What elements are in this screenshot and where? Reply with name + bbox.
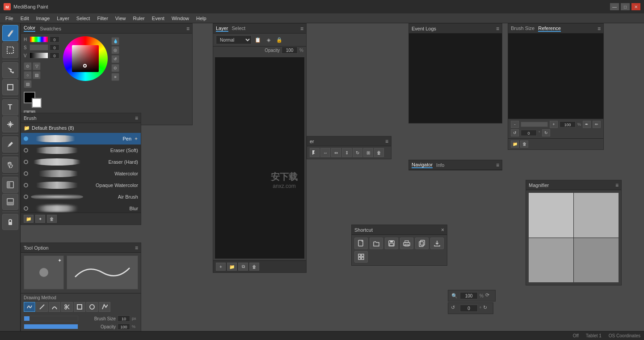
pen-star[interactable]: ✦ <box>134 136 138 142</box>
brush-size-track[interactable] <box>24 316 78 321</box>
text-tool-button[interactable]: T <box>2 99 18 115</box>
layer-panel-menu[interactable]: ≡ <box>300 26 303 32</box>
shortcut-menu[interactable]: × <box>441 227 444 233</box>
close-button[interactable]: ✕ <box>631 3 640 10</box>
dropper-btn[interactable]: 💧 <box>111 37 119 45</box>
char-flip-v-btn[interactable]: ⇕ <box>342 148 352 157</box>
menu-window[interactable]: Window <box>168 15 193 22</box>
ref-zoom-out-btn[interactable]: - <box>511 121 519 128</box>
pen-tool-button[interactable] <box>2 25 18 41</box>
hue-wheel-btn[interactable]: ⊙ <box>24 62 32 70</box>
char-rotate-btn[interactable]: ↻ <box>353 148 362 157</box>
shape-tool-button[interactable] <box>2 79 18 95</box>
shortcut-print[interactable] <box>400 238 413 249</box>
layer-copy-btn[interactable]: ◈ <box>264 36 273 44</box>
shortcut-save[interactable] <box>385 238 398 249</box>
brush-item-eraser-soft[interactable]: Eraser (Soft) <box>21 144 141 156</box>
ref-trash-btn[interactable]: 🗑 <box>520 140 528 148</box>
opacity-track[interactable] <box>24 324 78 329</box>
menu-help[interactable]: Help <box>193 15 210 22</box>
brush-size-value[interactable]: 10 <box>118 315 130 322</box>
reference-tab[interactable]: Reference <box>538 26 561 32</box>
ref-zoom-value[interactable]: 100 <box>560 121 576 128</box>
menu-select[interactable]: Select <box>73 15 94 22</box>
maximize-button[interactable]: □ <box>621 3 630 10</box>
menu-filter[interactable]: Filter <box>93 15 111 22</box>
dm-scissors[interactable] <box>61 302 73 312</box>
layer-tool-button-2[interactable] <box>2 194 18 210</box>
char-flip-h-btn[interactable]: ⇔ <box>331 148 341 157</box>
swatches-tab[interactable]: Swatches <box>40 26 61 31</box>
char-scale-btn[interactable]: ⊞ <box>363 148 373 157</box>
layer-add-btn[interactable]: + <box>216 263 226 271</box>
layer-tool-button-1[interactable] <box>2 177 18 193</box>
dm-line[interactable] <box>36 302 48 312</box>
rotate-ccw-btn[interactable]: ↺ <box>451 305 458 312</box>
brush-item-opaque-watercolor[interactable]: Opaque Watercolor <box>21 179 141 191</box>
blend-mode-select[interactable]: Normal Multiply Screen Overlay <box>216 35 252 44</box>
layer-lock-btn[interactable]: 🔒 <box>275 36 284 44</box>
hand-tool-button[interactable] <box>2 157 18 173</box>
dm-ellipse[interactable] <box>86 302 98 312</box>
char-move-btn[interactable]: ↔ <box>320 148 330 157</box>
ref-eyedropper-btn[interactable]: ✒ <box>583 121 591 128</box>
shortcut-open[interactable] <box>370 238 383 249</box>
transform-tool-button[interactable] <box>2 116 18 132</box>
circle-picker-btn[interactable]: ○ <box>24 71 32 79</box>
brush-item-blur[interactable]: Blur <box>21 203 141 212</box>
brush-item-pen[interactable]: Pen ✦ <box>21 133 141 144</box>
list-btn[interactable]: ≡ <box>111 73 119 81</box>
tool-option-star[interactable]: ✦ <box>58 258 62 264</box>
layer-new-btn[interactable]: 📋 <box>253 36 262 44</box>
char-panel-menu[interactable]: ≡ <box>385 138 388 144</box>
zoom-out-btn[interactable]: 🔍 <box>451 292 458 299</box>
rotate-btn[interactable]: ↺ <box>111 55 119 63</box>
dm-vector[interactable] <box>99 302 110 312</box>
color-panel-menu[interactable]: ≡ <box>186 26 189 32</box>
ref-zoom-in-btn[interactable]: + <box>550 121 558 128</box>
layer-opacity-value[interactable]: 100 <box>282 47 298 54</box>
zoom-value-display[interactable]: 100 <box>460 292 478 299</box>
background-color[interactable] <box>32 98 42 108</box>
char-select-btn[interactable] <box>310 148 320 157</box>
brush-folder-default[interactable]: 📁 Default Brushes (8) <box>21 123 141 133</box>
dm-curve[interactable] <box>49 302 60 312</box>
ref-redo-btn[interactable]: ↻ <box>542 129 550 136</box>
char-delete-btn[interactable]: 🗑 <box>374 148 384 157</box>
navigator-panel-menu[interactable]: ≡ <box>496 162 499 168</box>
ref-pen-btn[interactable]: ✏ <box>593 121 601 128</box>
selection-tool-button[interactable] <box>2 42 18 58</box>
lock-tool-button[interactable] <box>2 214 18 230</box>
event-panel-menu[interactable]: ≡ <box>496 26 499 32</box>
menu-ruler[interactable]: Ruler <box>130 15 148 22</box>
delete-brush-btn[interactable]: 🗑 <box>47 215 57 223</box>
layer-delete-btn[interactable]: 🗑 <box>249 263 259 271</box>
ref-angle-value[interactable]: 0 <box>521 130 537 136</box>
brush-item-air-brush[interactable]: Air Brush <box>21 191 141 203</box>
shortcut-grid[interactable] <box>354 251 368 263</box>
s-value[interactable]: 0 <box>50 44 59 51</box>
zoom-spinner[interactable]: ⟳ <box>485 292 492 299</box>
ref-zoom-track[interactable] <box>521 122 548 127</box>
grid-picker-btn[interactable]: ▤ <box>24 80 32 88</box>
layer-folder-btn[interactable]: 📁 <box>227 263 237 271</box>
layer-tab[interactable]: Layer <box>216 26 228 32</box>
brush-ref-menu[interactable]: ≡ <box>598 26 601 32</box>
dm-rect[interactable] <box>74 302 85 312</box>
triangle-picker-btn[interactable]: ▽ <box>33 62 41 70</box>
menu-file[interactable]: File <box>2 15 17 22</box>
navigator-tab[interactable]: Navigator <box>412 162 433 168</box>
eyedropper-tool-button[interactable] <box>2 136 18 153</box>
brush-size-tab[interactable]: Brush Size <box>511 26 535 32</box>
select-tab[interactable]: Select <box>232 26 246 32</box>
fill-tool-button[interactable] <box>2 62 18 78</box>
rotate-cw-btn[interactable]: ↻ <box>483 305 490 312</box>
h-track[interactable] <box>29 36 48 42</box>
new-folder-btn[interactable]: 📁 <box>24 215 34 223</box>
menu-layer[interactable]: Layer <box>53 15 73 22</box>
brush-item-watercolor[interactable]: Watercolor <box>21 168 141 179</box>
color-square[interactable] <box>72 45 99 72</box>
new-brush-btn[interactable]: ✦ <box>35 215 45 223</box>
opacity-value[interactable]: 100 <box>118 323 130 330</box>
target-btn[interactable]: ◎ <box>111 46 119 54</box>
